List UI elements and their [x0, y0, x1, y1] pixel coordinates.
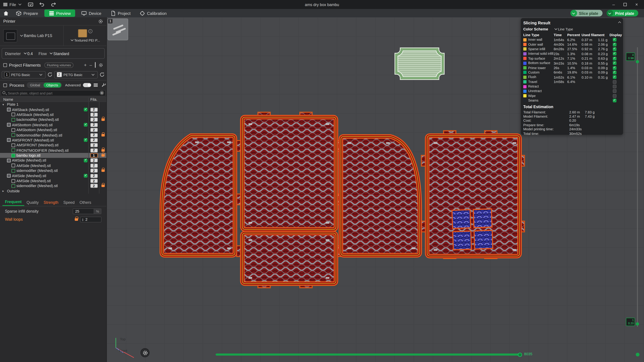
param-tab-others[interactable]: Others: [77, 200, 94, 206]
filament-assignment[interactable]: 2: [90, 123, 98, 127]
filament-assignment[interactable]: 2: [90, 159, 98, 163]
printable-checkbox[interactable]: [84, 174, 88, 178]
expand-toggle-icon[interactable]: ▾: [2, 103, 6, 106]
tree-row[interactable]: AMSFRONT (Meshed).stl2: [0, 138, 106, 143]
slice-plate-button[interactable]: Slice plate: [570, 10, 602, 17]
tree-row[interactable]: AMSbottom (Meshed).stl2: [0, 127, 106, 133]
layer-slider-bottom-handle[interactable]: [636, 322, 639, 325]
minimize-button[interactable]: –: [609, 0, 618, 9]
filament-settings-gear-icon[interactable]: [98, 63, 103, 67]
tree-row[interactable]: AMSback (Meshed).stl2: [0, 107, 106, 112]
stepper-arrows-icon[interactable]: ▲▼: [82, 218, 84, 221]
save-project-button[interactable]: [28, 2, 34, 7]
tree-row[interactable]: AMSide (Meshed).stl2: [0, 173, 106, 178]
tree-row[interactable]: AMSide (Meshed).stl2: [0, 158, 106, 163]
process-tools-icon[interactable]: [101, 83, 106, 88]
tab-prepare[interactable]: Prepare: [12, 9, 42, 18]
step-slider-handle[interactable]: [518, 352, 522, 356]
filament-assignment[interactable]: 2: [90, 169, 98, 173]
tree-row[interactable]: sidemodifier (Meshed).stl2: [0, 183, 106, 188]
tree-row[interactable]: FRONTMODIFIER (Meshed).stl2: [0, 148, 106, 153]
printer-selector[interactable]: Bambu Lab P1S: [0, 26, 64, 46]
filament-1-chip[interactable]: 1 PETG Basic: [2, 71, 46, 78]
tab-calibration[interactable]: Calibration: [135, 9, 171, 18]
display-checkbox[interactable]: [612, 57, 616, 60]
slider-link-icon[interactable]: [636, 353, 640, 356]
display-checkbox[interactable]: [612, 71, 616, 74]
display-checkbox[interactable]: [612, 99, 616, 102]
layer-slider-top-handle[interactable]: [636, 60, 639, 63]
printable-checkbox[interactable]: [84, 138, 88, 142]
filament-list-button[interactable]: [95, 63, 96, 68]
printable-checkbox[interactable]: [84, 123, 88, 127]
info-icon[interactable]: i: [88, 29, 92, 33]
tree-row[interactable]: AMSide (Meshed).stl2: [0, 178, 106, 183]
filament-assignment[interactable]: 1: [90, 153, 98, 158]
tab-preview[interactable]: Preview: [44, 10, 75, 17]
slice-options-chevron-icon[interactable]: [570, 10, 577, 17]
remove-filament-button[interactable]: –: [90, 63, 92, 68]
filament-assignment[interactable]: 2: [90, 133, 98, 137]
filament-assignment[interactable]: 2: [90, 128, 98, 132]
display-checkbox[interactable]: [612, 94, 616, 98]
gizmo-front-label[interactable]: Front: [119, 349, 127, 353]
param-tab-frequent[interactable]: Frequent: [2, 199, 24, 206]
search-input[interactable]: [1, 90, 106, 96]
expand-toggle-icon[interactable]: ▸: [2, 189, 6, 193]
filament-assignment[interactable]: 2: [90, 113, 98, 117]
filament-assignment[interactable]: 2: [90, 118, 98, 122]
display-checkbox[interactable]: [612, 75, 616, 79]
flushing-volumes-button[interactable]: Flushing volumes: [44, 62, 73, 68]
layer-slider[interactable]: [637, 47, 638, 327]
tree-row[interactable]: ▾Plate 1: [0, 102, 106, 107]
tree-row[interactable]: backmodifier (Meshed).stl2: [0, 117, 106, 122]
print-plate-button[interactable]: Print plate: [606, 10, 638, 17]
undo-button[interactable]: [39, 2, 45, 7]
display-checkbox[interactable]: [612, 52, 616, 56]
tree-row[interactable]: bambu logo.stl1: [0, 153, 106, 158]
display-checkbox[interactable]: [612, 85, 616, 88]
printable-checkbox[interactable]: [84, 108, 88, 111]
tree-row[interactable]: AMSide (Meshed).stl2: [0, 163, 106, 168]
printable-checkbox[interactable]: [84, 159, 88, 162]
filament-assignment[interactable]: 2: [90, 138, 98, 142]
filament-2-chip[interactable]: 2 PETG Basic: [54, 71, 98, 78]
display-checkbox[interactable]: [612, 89, 616, 93]
gizmo-top-label[interactable]: Top: [120, 337, 126, 341]
filament-assignment[interactable]: 2: [90, 148, 98, 152]
filament-1-sync-icon[interactable]: [47, 72, 52, 77]
advanced-toggle[interactable]: [83, 83, 91, 87]
close-button[interactable]: ×: [632, 0, 642, 9]
orientation-gizmo[interactable]: Top Front: [112, 334, 141, 359]
flow-dropdown[interactable]: Standard: [49, 51, 69, 56]
file-menu[interactable]: File: [3, 2, 22, 7]
tree-row[interactable]: AMSbottom (Meshed).stl2: [0, 122, 106, 127]
tree-row[interactable]: ▸Outside: [0, 189, 106, 194]
display-checkbox[interactable]: [612, 61, 616, 65]
filament-assignment[interactable]: 2: [90, 184, 98, 188]
scope-global-button[interactable]: Global: [28, 83, 42, 87]
display-checkbox[interactable]: [612, 43, 616, 46]
lock-icon[interactable]: [75, 218, 78, 221]
filament-assignment[interactable]: 2: [90, 108, 98, 112]
filament-assignment[interactable]: 2: [90, 143, 98, 147]
parameter-list-icon[interactable]: [94, 84, 98, 84]
plate-type-selector[interactable]: i Textured PEI P...: [64, 26, 106, 46]
scope-objects-button[interactable]: Objects: [44, 83, 61, 88]
add-filament-button[interactable]: +: [84, 63, 86, 68]
display-checkbox[interactable]: [612, 66, 616, 70]
collapse-panel-icon[interactable]: [618, 22, 620, 24]
filament-assignment[interactable]: 2: [90, 174, 98, 178]
filament-2-sync-icon[interactable]: [100, 72, 105, 77]
plate-thumbnail[interactable]: 1: [108, 19, 128, 40]
param-tab-speed[interactable]: Speed: [61, 200, 77, 206]
display-checkbox[interactable]: [612, 38, 616, 42]
diameter-dropdown[interactable]: 0.4: [23, 51, 33, 56]
param-tab-strength[interactable]: Strength: [41, 200, 61, 206]
display-checkbox[interactable]: [612, 80, 616, 84]
gcode-step-slider[interactable]: [216, 353, 522, 355]
tab-project[interactable]: Project: [106, 9, 135, 18]
color-scheme-dropdown[interactable]: Line Type: [554, 27, 573, 31]
tree-row[interactable]: sidemodifier (Meshed).stl2: [0, 168, 106, 173]
filament-assignment[interactable]: 2: [90, 164, 98, 168]
